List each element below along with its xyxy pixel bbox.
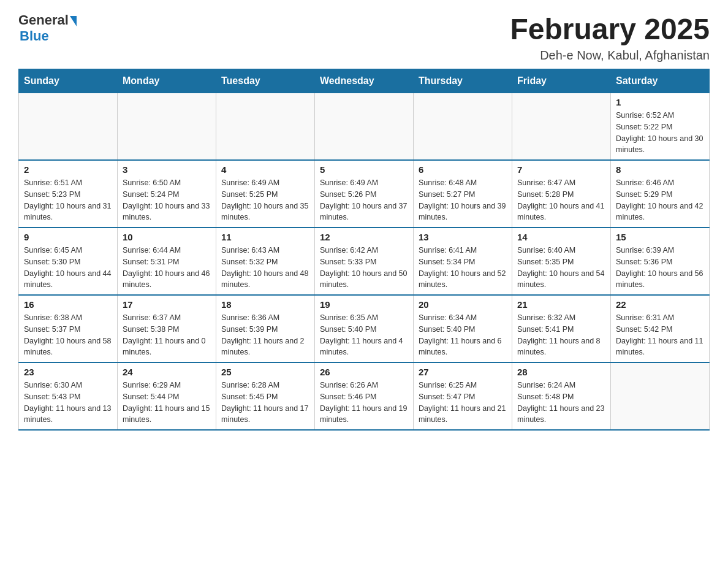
- calendar-cell: 20Sunrise: 6:34 AMSunset: 5:40 PMDayligh…: [414, 295, 512, 362]
- logo-general-text: General: [18, 12, 69, 28]
- logo-arrow-icon: [70, 16, 77, 26]
- day-info: Sunrise: 6:37 AMSunset: 5:38 PMDaylight:…: [123, 312, 211, 358]
- calendar-cell: [512, 93, 611, 161]
- day-info: Sunrise: 6:52 AMSunset: 5:22 PMDaylight:…: [616, 110, 704, 156]
- day-info: Sunrise: 6:28 AMSunset: 5:45 PMDaylight:…: [221, 380, 309, 426]
- calendar-cell: 28Sunrise: 6:24 AMSunset: 5:48 PMDayligh…: [512, 362, 611, 430]
- day-number: 7: [517, 164, 605, 175]
- day-info: Sunrise: 6:49 AMSunset: 5:25 PMDaylight:…: [221, 177, 309, 223]
- day-number: 14: [517, 232, 605, 242]
- calendar-cell: 13Sunrise: 6:41 AMSunset: 5:34 PMDayligh…: [414, 228, 512, 295]
- day-info: Sunrise: 6:50 AMSunset: 5:24 PMDaylight:…: [123, 177, 211, 223]
- calendar-cell: 3Sunrise: 6:50 AMSunset: 5:24 PMDaylight…: [118, 160, 216, 228]
- day-header-wednesday: Wednesday: [315, 69, 414, 93]
- day-header-saturday: Saturday: [611, 69, 710, 93]
- day-info: Sunrise: 6:49 AMSunset: 5:26 PMDaylight:…: [320, 177, 408, 223]
- day-info: Sunrise: 6:46 AMSunset: 5:29 PMDaylight:…: [616, 177, 704, 223]
- day-info: Sunrise: 6:40 AMSunset: 5:35 PMDaylight:…: [517, 245, 605, 291]
- day-header-sunday: Sunday: [19, 69, 118, 93]
- month-title: February 2025: [510, 12, 710, 46]
- calendar-cell: 14Sunrise: 6:40 AMSunset: 5:35 PMDayligh…: [512, 228, 611, 295]
- day-info: Sunrise: 6:42 AMSunset: 5:33 PMDaylight:…: [320, 245, 408, 291]
- day-number: 15: [616, 232, 704, 242]
- calendar-cell: 25Sunrise: 6:28 AMSunset: 5:45 PMDayligh…: [216, 362, 315, 430]
- day-info: Sunrise: 6:32 AMSunset: 5:41 PMDaylight:…: [517, 312, 605, 358]
- day-info: Sunrise: 6:29 AMSunset: 5:44 PMDaylight:…: [123, 380, 211, 426]
- day-number: 18: [221, 299, 309, 310]
- day-number: 27: [419, 367, 507, 377]
- calendar-cell: 9Sunrise: 6:45 AMSunset: 5:30 PMDaylight…: [19, 228, 118, 295]
- calendar-cell: 16Sunrise: 6:38 AMSunset: 5:37 PMDayligh…: [19, 295, 118, 362]
- calendar-week-row: 1Sunrise: 6:52 AMSunset: 5:22 PMDaylight…: [19, 93, 710, 161]
- day-number: 10: [123, 232, 211, 242]
- day-number: 12: [320, 232, 408, 242]
- calendar-cell: 19Sunrise: 6:35 AMSunset: 5:40 PMDayligh…: [315, 295, 414, 362]
- calendar-week-row: 16Sunrise: 6:38 AMSunset: 5:37 PMDayligh…: [19, 295, 710, 362]
- day-number: 23: [24, 367, 112, 377]
- calendar-cell: 12Sunrise: 6:42 AMSunset: 5:33 PMDayligh…: [315, 228, 414, 295]
- calendar-cell: 21Sunrise: 6:32 AMSunset: 5:41 PMDayligh…: [512, 295, 611, 362]
- day-header-tuesday: Tuesday: [216, 69, 315, 93]
- day-info: Sunrise: 6:48 AMSunset: 5:27 PMDaylight:…: [419, 177, 507, 223]
- day-number: 21: [517, 299, 605, 310]
- calendar-cell: 8Sunrise: 6:46 AMSunset: 5:29 PMDaylight…: [611, 160, 710, 228]
- calendar-header-row: SundayMondayTuesdayWednesdayThursdayFrid…: [19, 69, 710, 93]
- day-number: 19: [320, 299, 408, 310]
- logo-blue-text: Blue: [20, 28, 49, 44]
- day-number: 11: [221, 232, 309, 242]
- calendar-cell: 5Sunrise: 6:49 AMSunset: 5:26 PMDaylight…: [315, 160, 414, 228]
- day-number: 13: [419, 232, 507, 242]
- day-info: Sunrise: 6:44 AMSunset: 5:31 PMDaylight:…: [123, 245, 211, 291]
- location-subtitle: Deh-e Now, Kabul, Afghanistan: [510, 48, 710, 63]
- calendar-cell: 24Sunrise: 6:29 AMSunset: 5:44 PMDayligh…: [118, 362, 216, 430]
- day-info: Sunrise: 6:38 AMSunset: 5:37 PMDaylight:…: [24, 312, 112, 358]
- calendar-cell: 11Sunrise: 6:43 AMSunset: 5:32 PMDayligh…: [216, 228, 315, 295]
- calendar-cell: 26Sunrise: 6:26 AMSunset: 5:46 PMDayligh…: [315, 362, 414, 430]
- calendar-cell: 4Sunrise: 6:49 AMSunset: 5:25 PMDaylight…: [216, 160, 315, 228]
- day-info: Sunrise: 6:30 AMSunset: 5:43 PMDaylight:…: [24, 380, 112, 426]
- day-number: 17: [123, 299, 211, 310]
- day-info: Sunrise: 6:26 AMSunset: 5:46 PMDaylight:…: [320, 380, 408, 426]
- calendar-week-row: 2Sunrise: 6:51 AMSunset: 5:23 PMDaylight…: [19, 160, 710, 228]
- day-info: Sunrise: 6:47 AMSunset: 5:28 PMDaylight:…: [517, 177, 605, 223]
- day-info: Sunrise: 6:24 AMSunset: 5:48 PMDaylight:…: [517, 380, 605, 426]
- day-info: Sunrise: 6:45 AMSunset: 5:30 PMDaylight:…: [24, 245, 112, 291]
- calendar-week-row: 23Sunrise: 6:30 AMSunset: 5:43 PMDayligh…: [19, 362, 710, 430]
- calendar-cell: 2Sunrise: 6:51 AMSunset: 5:23 PMDaylight…: [19, 160, 118, 228]
- calendar-cell: 27Sunrise: 6:25 AMSunset: 5:47 PMDayligh…: [414, 362, 512, 430]
- day-number: 24: [123, 367, 211, 377]
- day-number: 20: [419, 299, 507, 310]
- title-block: February 2025 Deh-e Now, Kabul, Afghanis…: [510, 12, 710, 63]
- calendar-cell: [414, 93, 512, 161]
- day-info: Sunrise: 6:41 AMSunset: 5:34 PMDaylight:…: [419, 245, 507, 291]
- calendar-cell: [611, 362, 710, 430]
- day-number: 9: [24, 232, 112, 242]
- calendar-cell: 1Sunrise: 6:52 AMSunset: 5:22 PMDaylight…: [611, 93, 710, 161]
- logo: General Blue: [18, 12, 77, 44]
- calendar-cell: [19, 93, 118, 161]
- calendar-cell: [315, 93, 414, 161]
- calendar-cell: 7Sunrise: 6:47 AMSunset: 5:28 PMDaylight…: [512, 160, 611, 228]
- day-header-thursday: Thursday: [414, 69, 512, 93]
- day-number: 4: [221, 164, 309, 175]
- day-info: Sunrise: 6:31 AMSunset: 5:42 PMDaylight:…: [616, 312, 704, 358]
- day-number: 28: [517, 367, 605, 377]
- day-info: Sunrise: 6:43 AMSunset: 5:32 PMDaylight:…: [221, 245, 309, 291]
- day-number: 5: [320, 164, 408, 175]
- day-number: 8: [616, 164, 704, 175]
- day-number: 3: [123, 164, 211, 175]
- day-number: 16: [24, 299, 112, 310]
- day-number: 22: [616, 299, 704, 310]
- day-number: 25: [221, 367, 309, 377]
- day-header-monday: Monday: [118, 69, 216, 93]
- calendar-table: SundayMondayTuesdayWednesdayThursdayFrid…: [18, 69, 710, 431]
- calendar-cell: 15Sunrise: 6:39 AMSunset: 5:36 PMDayligh…: [611, 228, 710, 295]
- calendar-cell: 10Sunrise: 6:44 AMSunset: 5:31 PMDayligh…: [118, 228, 216, 295]
- day-info: Sunrise: 6:34 AMSunset: 5:40 PMDaylight:…: [419, 312, 507, 358]
- calendar-cell: 23Sunrise: 6:30 AMSunset: 5:43 PMDayligh…: [19, 362, 118, 430]
- day-number: 26: [320, 367, 408, 377]
- day-number: 2: [24, 164, 112, 175]
- day-info: Sunrise: 6:36 AMSunset: 5:39 PMDaylight:…: [221, 312, 309, 358]
- page-header: General Blue February 2025 Deh-e Now, Ka…: [18, 12, 710, 63]
- calendar-cell: 22Sunrise: 6:31 AMSunset: 5:42 PMDayligh…: [611, 295, 710, 362]
